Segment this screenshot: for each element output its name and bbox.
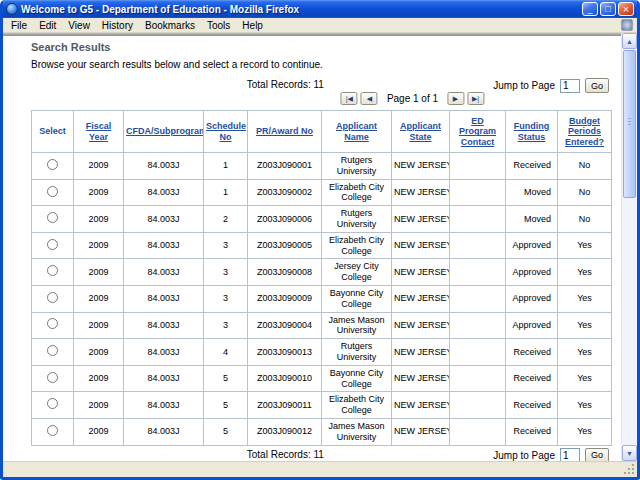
cell-applicant-state: NEW JERSEY bbox=[392, 418, 450, 445]
column-header-cfda-subprogram[interactable]: CFDA/Subprogram bbox=[124, 111, 204, 153]
cell-select bbox=[32, 206, 74, 233]
cell-select bbox=[32, 153, 74, 180]
select-record-radio[interactable] bbox=[47, 265, 58, 276]
close-button[interactable]: × bbox=[618, 2, 634, 16]
title-bar[interactable]: Welcome to G5 - Department of Education … bbox=[3, 0, 637, 18]
cell-select bbox=[32, 365, 74, 392]
column-header-ed-program-contact[interactable]: ED Program Contact bbox=[450, 111, 506, 153]
select-record-radio[interactable] bbox=[47, 212, 58, 223]
cell-budget-periods: Yes bbox=[558, 392, 612, 419]
cell-fiscal-year: 2009 bbox=[74, 206, 124, 233]
column-header-schedule-no[interactable]: Schedule No bbox=[204, 111, 248, 153]
menu-item[interactable]: File bbox=[5, 20, 33, 31]
cell-funding-status: Approved bbox=[506, 259, 558, 286]
cell-schedule-no: 1 bbox=[204, 179, 248, 206]
cell-applicant-state: NEW JERSEY bbox=[392, 206, 450, 233]
cell-applicant-name: Rutgers University bbox=[322, 206, 392, 233]
cell-pr-award-no: Z003J090002 bbox=[248, 179, 322, 206]
cell-select bbox=[32, 286, 74, 313]
select-record-radio[interactable] bbox=[47, 372, 58, 383]
cell-ed-program-contact bbox=[450, 312, 506, 339]
cell-applicant-state: NEW JERSEY bbox=[392, 153, 450, 180]
cell-applicant-name: Elizabeth City College bbox=[322, 392, 392, 419]
jump-to-page-group: Jump to Page Go bbox=[493, 448, 609, 461]
select-record-radio[interactable] bbox=[47, 398, 58, 409]
cell-applicant-name: James Mason University bbox=[322, 312, 392, 339]
scrollbar-track[interactable] bbox=[622, 49, 637, 445]
browser-content: Search Results Browse your search result… bbox=[3, 33, 637, 461]
cell-applicant-state: NEW JERSEY bbox=[392, 259, 450, 286]
column-header-applicant-name[interactable]: Applicant Name bbox=[322, 111, 392, 153]
menu-item[interactable]: Bookmarks bbox=[139, 20, 201, 31]
cell-pr-award-no: Z003J090005 bbox=[248, 232, 322, 259]
jump-to-page-input[interactable] bbox=[560, 448, 580, 461]
menu-bar: File Edit View History Bookmarks Tools H… bbox=[3, 18, 637, 33]
column-header-budget-periods[interactable]: Budget Periods Entered? bbox=[558, 111, 612, 153]
column-header-fiscal-year[interactable]: Fiscal Year bbox=[74, 111, 124, 153]
cell-applicant-state: NEW JERSEY bbox=[392, 365, 450, 392]
cell-select bbox=[32, 418, 74, 445]
firefox-app-icon bbox=[6, 3, 18, 15]
menu-item[interactable]: Edit bbox=[33, 20, 62, 31]
result-row: 2009 84.003J 5 Z003J090011 Elizabeth Cit… bbox=[32, 392, 612, 419]
select-record-radio[interactable] bbox=[47, 292, 58, 303]
cell-applicant-name: Bayonne City College bbox=[322, 286, 392, 313]
cell-ed-program-contact bbox=[450, 286, 506, 313]
prev-page-button[interactable]: ◀ bbox=[361, 92, 378, 105]
select-record-radio[interactable] bbox=[47, 239, 58, 250]
cell-ed-program-contact bbox=[450, 232, 506, 259]
cell-applicant-name: Elizabeth City College bbox=[322, 232, 392, 259]
scrollbar-thumb[interactable] bbox=[623, 50, 636, 198]
select-record-radio[interactable] bbox=[47, 159, 58, 170]
maximize-button[interactable]: □ bbox=[600, 2, 616, 16]
cell-funding-status: Approved bbox=[506, 312, 558, 339]
select-record-radio[interactable] bbox=[47, 425, 58, 436]
go-button[interactable]: Go bbox=[585, 78, 609, 93]
cell-pr-award-no: Z003J090008 bbox=[248, 259, 322, 286]
cell-fiscal-year: 2009 bbox=[74, 286, 124, 313]
menu-item[interactable]: History bbox=[96, 20, 139, 31]
cell-cfda-subprogram: 84.003J bbox=[124, 259, 204, 286]
cell-schedule-no: 3 bbox=[204, 286, 248, 313]
cell-funding-status: Moved bbox=[506, 179, 558, 206]
first-page-button[interactable]: |◀ bbox=[341, 92, 358, 105]
cell-schedule-no: 1 bbox=[204, 153, 248, 180]
cell-ed-program-contact bbox=[450, 153, 506, 180]
cell-schedule-no: 5 bbox=[204, 418, 248, 445]
column-header-funding-status[interactable]: Funding Status bbox=[506, 111, 558, 153]
cell-fiscal-year: 2009 bbox=[74, 312, 124, 339]
intro-text: Browse your search results below and sel… bbox=[31, 59, 609, 70]
cell-budget-periods: Yes bbox=[558, 232, 612, 259]
column-header-pr-award-no[interactable]: PR/Award No bbox=[248, 111, 322, 153]
select-record-radio[interactable] bbox=[47, 186, 58, 197]
maximize-icon: □ bbox=[605, 4, 610, 14]
cell-select bbox=[32, 259, 74, 286]
select-record-radio[interactable] bbox=[47, 345, 58, 356]
cell-cfda-subprogram: 84.003J bbox=[124, 312, 204, 339]
result-row: 2009 84.003J 5 Z003J090012 James Mason U… bbox=[32, 418, 612, 445]
scroll-down-arrow-icon[interactable]: ▼ bbox=[622, 445, 637, 461]
cell-ed-program-contact bbox=[450, 339, 506, 366]
menu-item[interactable]: View bbox=[62, 20, 96, 31]
cell-cfda-subprogram: 84.003J bbox=[124, 365, 204, 392]
column-header-applicant-state[interactable]: Applicant State bbox=[392, 111, 450, 153]
page-title: Search Results bbox=[31, 41, 609, 53]
jump-to-page-input[interactable] bbox=[560, 79, 580, 93]
cell-pr-award-no: Z003J090004 bbox=[248, 312, 322, 339]
resize-grip[interactable] bbox=[624, 464, 635, 475]
search-results-page: Search Results Browse your search result… bbox=[3, 36, 621, 461]
cell-cfda-subprogram: 84.003J bbox=[124, 418, 204, 445]
jump-to-page-group: Jump to Page Go bbox=[493, 78, 609, 93]
menu-item[interactable]: Help bbox=[236, 20, 269, 31]
vertical-scrollbar: ▲ ▼ bbox=[621, 33, 637, 461]
cell-select bbox=[32, 392, 74, 419]
next-page-button[interactable]: ▶ bbox=[447, 92, 464, 105]
result-row: 2009 84.003J 3 Z003J090009 Bayonne City … bbox=[32, 286, 612, 313]
select-record-radio[interactable] bbox=[47, 318, 58, 329]
go-button[interactable]: Go bbox=[585, 448, 609, 461]
minimize-button[interactable]: _ bbox=[582, 2, 598, 16]
menu-item[interactable]: Tools bbox=[201, 20, 236, 31]
cell-funding-status: Received bbox=[506, 418, 558, 445]
last-page-button[interactable]: ▶| bbox=[467, 92, 484, 105]
scroll-up-arrow-icon[interactable]: ▲ bbox=[622, 33, 637, 49]
